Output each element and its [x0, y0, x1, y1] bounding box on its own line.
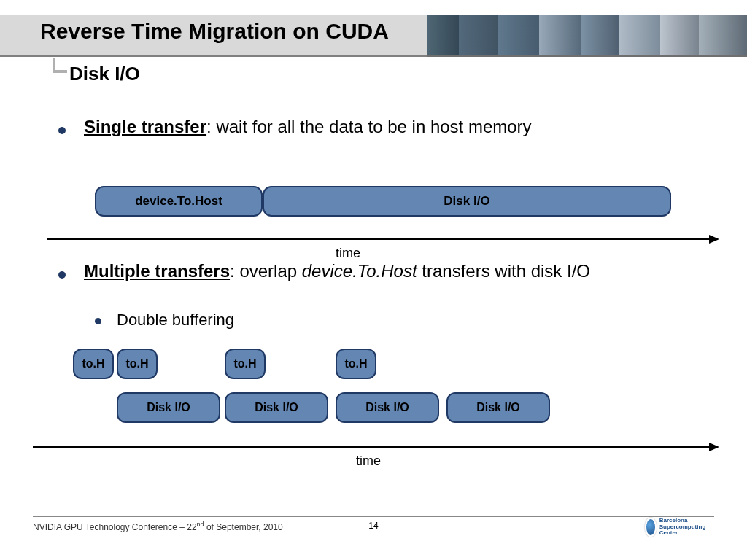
subtitle-connector	[53, 58, 67, 73]
footer-divider	[33, 516, 714, 517]
footer-logo: Barcelona Supercomputing Center	[645, 515, 711, 540]
bullet1-rest: : wait for all the data to be in host me…	[206, 117, 532, 136]
time-label-1: time	[336, 246, 360, 261]
time-axis-1	[47, 238, 718, 240]
pill-disk-io-single: Disk I/O	[263, 186, 671, 217]
diagram-multiple-transfers: to.H to.H to.H to.H Disk I/O Disk I/O Di…	[0, 349, 747, 509]
bsc-logo-text: Barcelona Supercomputing Center	[659, 518, 711, 537]
footer-conf-sup: nd	[197, 521, 204, 528]
pill-toh-4: to.H	[336, 349, 376, 379]
bullet-multiple-transfers-wrap: Multiple transfers: overlap device.To.Ho…	[44, 261, 703, 344]
bullet2-segB: transfers with disk I/O	[417, 261, 590, 281]
bsc-logo-icon	[645, 518, 657, 537]
bullet1-bold: Single transfer	[84, 117, 206, 136]
pill-device-to-host: device.To.Host	[95, 186, 263, 217]
bullet2-segA: : overlap	[230, 261, 302, 281]
pill-toh-1: to.H	[73, 349, 114, 379]
pill-diskio-3: Disk I/O	[336, 392, 439, 423]
footer-conference: NVIDIA GPU Technology Conference – 22nd …	[33, 521, 283, 532]
bullet-single-transfer: Single transfer: wait for all the data t…	[44, 117, 703, 137]
footer-conf-post: of September, 2010	[204, 522, 283, 532]
pill-toh-2: to.H	[117, 349, 158, 379]
diagram-single-transfer: device.To.Host Disk I/O time	[0, 186, 747, 273]
bullet2-ital: device.To.Host	[302, 261, 417, 281]
footer-conf-pre: NVIDIA GPU Technology Conference – 22	[33, 522, 197, 532]
pill-diskio-1: Disk I/O	[117, 392, 220, 423]
bullet-multiple-transfers: Multiple transfers: overlap device.To.Ho…	[44, 261, 703, 281]
slide-subtitle: Disk I/O	[69, 63, 140, 85]
time-label-2: time	[356, 454, 381, 469]
bullet2-bold: Multiple transfers	[84, 261, 230, 281]
pill-diskio-2: Disk I/O	[225, 392, 328, 423]
footer-page-number: 14	[368, 521, 378, 531]
pill-toh-3: to.H	[225, 349, 266, 379]
time-axis-2	[33, 446, 718, 448]
header-image-strip	[427, 15, 747, 57]
footer: NVIDIA GPU Technology Conference – 22nd …	[0, 516, 747, 545]
slide-title: Reverse Time Migration on CUDA	[40, 19, 389, 44]
pill-diskio-4: Disk I/O	[446, 392, 550, 423]
content-area: Single transfer: wait for all the data t…	[44, 117, 703, 166]
bullet-double-buffering: Double buffering	[44, 311, 703, 330]
